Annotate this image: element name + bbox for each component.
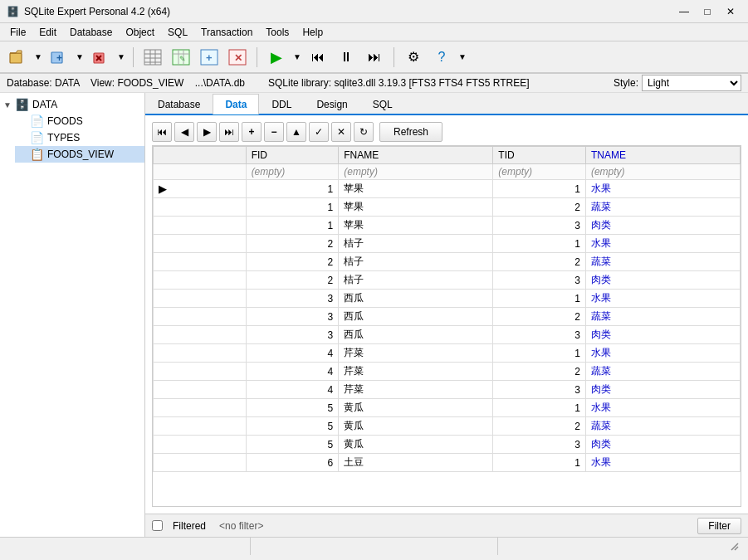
tname-cell[interactable]: 肉类 bbox=[585, 217, 740, 235]
style-select[interactable]: Light Dark Windows bbox=[642, 75, 741, 91]
tid-cell[interactable]: 3 bbox=[493, 436, 586, 454]
tid-cell[interactable]: 3 bbox=[493, 217, 586, 235]
indicator-cell[interactable] bbox=[154, 290, 247, 308]
sidebar-item-foods[interactable]: 📄 FOODS bbox=[15, 113, 144, 129]
edit-table-button[interactable]: ✎ bbox=[169, 46, 193, 69]
fname-cell[interactable]: 芹菜 bbox=[339, 363, 493, 381]
tname-cell[interactable]: 水果 bbox=[585, 399, 740, 417]
tname-cell[interactable]: 蔬菜 bbox=[585, 308, 740, 326]
last-record-button[interactable]: ⏭ bbox=[219, 122, 239, 142]
indicator-cell[interactable] bbox=[154, 436, 247, 454]
tid-cell[interactable]: 3 bbox=[493, 271, 586, 290]
tname-cell[interactable]: 水果 bbox=[585, 454, 740, 472]
tid-cell[interactable]: 2 bbox=[493, 253, 586, 271]
indicator-cell[interactable] bbox=[154, 253, 247, 271]
fname-cell[interactable]: 芹菜 bbox=[339, 344, 493, 363]
tname-cell[interactable]: 水果 bbox=[585, 235, 740, 253]
indicator-cell[interactable] bbox=[154, 344, 247, 363]
settings-button[interactable]: ⚙ bbox=[401, 46, 426, 69]
open-database-dropdown[interactable]: ▼ bbox=[33, 46, 43, 69]
fid-cell[interactable]: 1 bbox=[246, 198, 339, 217]
indicator-cell[interactable] bbox=[154, 399, 247, 417]
table-row[interactable]: 2桔子3肉类 bbox=[154, 271, 741, 290]
fid-cell[interactable]: 3 bbox=[246, 308, 339, 326]
tname-cell[interactable]: 蔬菜 bbox=[585, 253, 740, 271]
tname-cell[interactable]: 蔬菜 bbox=[585, 417, 740, 436]
tid-cell[interactable]: 1 bbox=[493, 399, 586, 417]
fname-cell[interactable]: 桔子 bbox=[339, 253, 493, 271]
sidebar-root-data[interactable]: ▼ 🗄️ DATA bbox=[0, 96, 144, 113]
table-row[interactable]: 5黄瓜3肉类 bbox=[154, 436, 741, 454]
minimize-button[interactable]: — bbox=[673, 3, 695, 20]
prev-page-button[interactable]: ◀ bbox=[174, 122, 194, 142]
skip-fwd-button[interactable]: ⏭ bbox=[362, 46, 387, 69]
tname-cell[interactable]: 肉类 bbox=[585, 326, 740, 344]
fname-cell[interactable]: 苹果 bbox=[339, 180, 493, 198]
skip-back-button[interactable]: ⏮ bbox=[306, 46, 330, 69]
tid-cell[interactable]: 1 bbox=[493, 235, 586, 253]
fname-cell[interactable]: 西瓜 bbox=[339, 326, 493, 344]
fname-cell[interactable]: 黄瓜 bbox=[339, 436, 493, 454]
table-row[interactable]: 4芹菜1水果 bbox=[154, 344, 741, 363]
fname-cell[interactable]: 西瓜 bbox=[339, 290, 493, 308]
col-header-fname[interactable]: FNAME bbox=[339, 147, 493, 164]
indicator-cell[interactable] bbox=[154, 235, 247, 253]
fname-cell[interactable]: 苹果 bbox=[339, 198, 493, 217]
tid-cell[interactable]: 1 bbox=[493, 344, 586, 363]
tname-cell[interactable]: 蔬菜 bbox=[585, 198, 740, 217]
menu-tools[interactable]: Tools bbox=[259, 25, 296, 40]
tab-data[interactable]: Data bbox=[213, 94, 259, 114]
indicator-cell[interactable] bbox=[154, 363, 247, 381]
filtered-checkbox[interactable] bbox=[152, 520, 163, 531]
tab-sql[interactable]: SQL bbox=[360, 94, 405, 114]
indicator-cell[interactable] bbox=[154, 308, 247, 326]
sidebar-item-foods-view[interactable]: 📋 FOODS_VIEW bbox=[15, 146, 144, 163]
indicator-cell[interactable] bbox=[154, 198, 247, 217]
table-row[interactable]: 5黄瓜1水果 bbox=[154, 399, 741, 417]
filter-tname-cell[interactable]: (empty) bbox=[585, 164, 740, 180]
indicator-cell[interactable] bbox=[154, 217, 247, 235]
tab-database[interactable]: Database bbox=[145, 94, 213, 114]
col-header-tid[interactable]: TID bbox=[493, 147, 586, 164]
filter-button[interactable]: Filter bbox=[697, 518, 741, 534]
open-database-button[interactable] bbox=[5, 46, 30, 69]
menu-file[interactable]: File bbox=[3, 25, 32, 40]
fname-cell[interactable]: 桔子 bbox=[339, 271, 493, 290]
table-row[interactable]: 4芹菜3肉类 bbox=[154, 381, 741, 399]
menu-sql[interactable]: SQL bbox=[161, 25, 194, 40]
sidebar-item-types[interactable]: 📄 TYPES bbox=[15, 129, 144, 146]
fid-cell[interactable]: 3 bbox=[246, 290, 339, 308]
confirm-button[interactable]: ✓ bbox=[309, 122, 329, 142]
fname-cell[interactable]: 桔子 bbox=[339, 235, 493, 253]
fid-cell[interactable]: 6 bbox=[246, 454, 339, 472]
add-record-button[interactable]: + bbox=[242, 122, 262, 142]
indicator-cell[interactable] bbox=[154, 454, 247, 472]
table-row[interactable]: 3西瓜2蔬菜 bbox=[154, 308, 741, 326]
table-row[interactable]: 2桔子1水果 bbox=[154, 235, 741, 253]
table-row[interactable]: 3西瓜1水果 bbox=[154, 290, 741, 308]
table-row[interactable]: 3西瓜3肉类 bbox=[154, 326, 741, 344]
indicator-cell[interactable]: ▶ bbox=[154, 180, 247, 198]
tname-cell[interactable]: 肉类 bbox=[585, 271, 740, 290]
next-record-button[interactable]: ▶ bbox=[197, 122, 217, 142]
col-header-fid[interactable]: FID bbox=[246, 147, 339, 164]
tab-ddl[interactable]: DDL bbox=[259, 94, 304, 114]
filter-fid-cell[interactable]: (empty) bbox=[246, 164, 339, 180]
fid-cell[interactable]: 2 bbox=[246, 271, 339, 290]
filter-fname-cell[interactable]: (empty) bbox=[339, 164, 493, 180]
new-table-button[interactable]: + bbox=[197, 46, 222, 69]
indicator-cell[interactable] bbox=[154, 417, 247, 436]
fname-cell[interactable]: 黄瓜 bbox=[339, 417, 493, 436]
refresh-button[interactable]: Refresh bbox=[379, 122, 442, 142]
run-button[interactable]: ▶ bbox=[264, 46, 289, 69]
delete-database-dropdown[interactable]: ▼ bbox=[116, 46, 126, 69]
tid-cell[interactable]: 2 bbox=[493, 198, 586, 217]
menu-transaction[interactable]: Transaction bbox=[194, 25, 259, 40]
table-row[interactable]: ▶1苹果1水果 bbox=[154, 180, 741, 198]
fid-cell[interactable]: 4 bbox=[246, 381, 339, 399]
indicator-cell[interactable] bbox=[154, 381, 247, 399]
menu-help[interactable]: Help bbox=[296, 25, 330, 40]
cancel-edit-button[interactable]: ✕ bbox=[331, 122, 351, 142]
delete-record-button[interactable]: − bbox=[264, 122, 284, 142]
fid-cell[interactable]: 4 bbox=[246, 363, 339, 381]
